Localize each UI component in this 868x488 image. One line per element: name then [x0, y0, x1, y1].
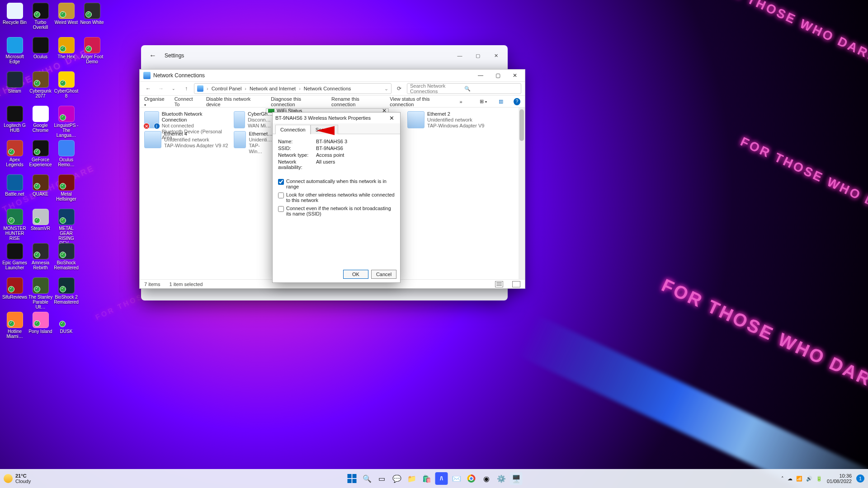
help-button[interactable]: ?: [514, 98, 520, 105]
desktop-icon[interactable]: Hotline Miami…: [2, 311, 28, 345]
nav-forward-button[interactable]: →: [156, 84, 166, 94]
desktop-icon[interactable]: Pony Island: [28, 311, 53, 345]
scrollbar-thumb[interactable]: [519, 109, 524, 141]
taskbar-weather[interactable]: 21°C Cloudy: [4, 473, 31, 484]
close-button[interactable]: ✕: [507, 70, 523, 80]
chat-button[interactable]: 💬: [391, 472, 403, 485]
tray-cloud-icon[interactable]: ☁: [788, 476, 793, 482]
desktop-icon[interactable]: Microsoft Edge: [2, 36, 28, 70]
close-button[interactable]: ✕: [487, 49, 505, 62]
search-button[interactable]: 🔍: [361, 472, 373, 485]
desktop-icon[interactable]: CyberGhost 8: [53, 70, 79, 105]
view-details-button[interactable]: [495, 281, 503, 287]
back-icon[interactable]: ←: [149, 52, 156, 60]
ok-button[interactable]: OK: [343, 270, 368, 279]
app-button[interactable]: /\: [435, 472, 448, 485]
view-options-button[interactable]: ⊞ ▾: [479, 99, 488, 104]
desktop-icon[interactable]: DUSK: [53, 311, 79, 345]
maximize-button[interactable]: ▢: [469, 49, 487, 62]
desktop-icon[interactable]: LinguistPS - The Langua…: [53, 105, 79, 139]
check-hidden-ssid-input[interactable]: [278, 206, 284, 212]
tray-wifi-icon[interactable]: 📶: [796, 476, 802, 482]
connection-ethernet4[interactable]: Ethernet 4 Unidentified network TAP-Wind…: [143, 130, 229, 150]
chrome-button[interactable]: [465, 472, 478, 485]
tab-connection[interactable]: Connection: [275, 125, 311, 134]
desktop-icon[interactable]: The Stanley Parable Ult…: [28, 277, 53, 311]
minimize-button[interactable]: —: [472, 70, 489, 80]
desktop-icon[interactable]: BioShock 2 Remastered: [53, 277, 79, 311]
desktop-icon[interactable]: QUAKE: [28, 174, 53, 208]
check-hidden-ssid[interactable]: Connect even if the network is not broad…: [278, 206, 395, 216]
tray-battery-icon[interactable]: 🔋: [816, 476, 822, 482]
desktop-icon[interactable]: MONSTER HUNTER RISE: [2, 208, 28, 242]
cmd-diagnose[interactable]: Diagnose this connection: [271, 96, 323, 107]
cmd-connect-to[interactable]: Connect To: [175, 96, 198, 107]
crumb-network-connections[interactable]: Network Connections: [304, 86, 351, 91]
minimize-button[interactable]: —: [451, 49, 469, 62]
nav-recent-button[interactable]: ⌄: [169, 84, 179, 94]
system-tray[interactable]: ˄ ☁ 📶 🔊 🔋: [781, 476, 822, 482]
check-look-other[interactable]: Look for other wireless networks while c…: [278, 192, 395, 203]
tray-overflow-icon[interactable]: ˄: [781, 476, 784, 482]
nav-back-button[interactable]: ←: [143, 84, 153, 94]
scrollbar[interactable]: [519, 108, 525, 279]
crumb-control-panel[interactable]: Control Panel: [212, 86, 242, 91]
start-button[interactable]: [346, 472, 359, 485]
desktop-icon[interactable]: Turbo Overkill: [28, 2, 53, 36]
desktop-icon[interactable]: BioShock Remastered: [53, 242, 79, 277]
check-connect-auto-input[interactable]: [278, 179, 284, 185]
crumb-network-internet[interactable]: Network and Internet: [250, 86, 296, 91]
mail-button[interactable]: ✉️: [450, 472, 463, 485]
store-button[interactable]: 🛍️: [420, 472, 433, 485]
address-dropdown-icon[interactable]: ⌄: [384, 86, 388, 92]
app-active-button[interactable]: 🖥️: [510, 472, 523, 485]
cmd-rename[interactable]: Rename this connection: [331, 96, 382, 107]
taskbar[interactable]: 21°C Cloudy 🔍 ▭ 💬 📁 🛍️ /\ ✉️ ◉ ⚙️ 🖥️ ˄ ☁…: [0, 469, 868, 488]
desktop[interactable]: Recycle BinTurbo OverkillWeird WestNeon …: [2, 2, 105, 345]
desktop-icon[interactable]: Metal Hellsinger: [53, 174, 79, 208]
desktop-icon[interactable]: Battle.net: [2, 174, 28, 208]
desktop-icon[interactable]: METAL GEAR RISING REV…: [53, 208, 79, 242]
close-button[interactable]: ✕: [386, 113, 397, 122]
nc-titlebar[interactable]: Network Connections — ▢ ✕: [140, 70, 525, 81]
connection-cyberghost[interactable]: CyberGh… Disconn… WAN Mi…: [233, 110, 274, 130]
desktop-icon[interactable]: Weird West: [53, 2, 79, 36]
desktop-icon[interactable]: Anger Foot Demo: [79, 36, 105, 70]
task-view-button[interactable]: ▭: [376, 472, 388, 485]
desktop-icon[interactable]: Logitech G HUB: [2, 105, 28, 139]
desktop-icon[interactable]: Oculus Remo…: [53, 139, 79, 174]
nav-up-button[interactable]: ↑: [181, 84, 191, 94]
notifications-button[interactable]: 1: [856, 474, 864, 483]
wireless-properties-dialog[interactable]: BT-9NAHS6 3 Wireless Network Properties …: [272, 112, 401, 283]
connection-ethernet-trunc[interactable]: Ethernet… Unidenti… TAP-Win…: [233, 130, 274, 155]
cmd-organise[interactable]: Organise ▾: [144, 96, 166, 107]
cmd-disable[interactable]: Disable this network device: [206, 96, 263, 107]
file-explorer-button[interactable]: 📁: [406, 472, 418, 485]
desktop-icon[interactable]: Recycle Bin: [2, 2, 28, 36]
connection-ethernet2[interactable]: Ethernet 2 Unidentified network TAP-Wind…: [406, 110, 492, 130]
settings-taskbar-button[interactable]: ⚙️: [495, 472, 508, 485]
refresh-button[interactable]: ⟳: [394, 84, 404, 94]
steam-button[interactable]: ◉: [480, 472, 493, 485]
preview-pane-button[interactable]: ▥: [496, 99, 505, 104]
desktop-icon[interactable]: Epic Games Launcher: [2, 242, 28, 277]
desktop-icon[interactable]: SifuReviews: [2, 277, 28, 311]
tray-volume-icon[interactable]: 🔊: [806, 476, 812, 482]
cmd-view-status[interactable]: View status of this connection: [390, 96, 451, 107]
desktop-icon[interactable]: Apex Legends: [2, 139, 28, 174]
desktop-icon[interactable]: Google Chrome: [28, 105, 53, 139]
breadcrumb[interactable]: › Control Panel › Network and Internet ›…: [194, 83, 392, 94]
check-look-other-input[interactable]: [278, 192, 284, 198]
settings-titlebar[interactable]: ← Settings — ▢ ✕: [141, 45, 508, 66]
desktop-icon[interactable]: GeForce Experience: [28, 139, 53, 174]
desktop-icon[interactable]: Cyberpunk 2077: [28, 70, 53, 105]
desktop-icon[interactable]: SteamVR: [28, 208, 53, 242]
desktop-icon[interactable]: The Hex: [53, 36, 79, 70]
tab-security[interactable]: Security: [311, 125, 339, 134]
check-connect-auto[interactable]: Connect automatically when this network …: [278, 178, 395, 189]
cmd-more[interactable]: »: [459, 99, 462, 104]
maximize-button[interactable]: ▢: [490, 70, 506, 80]
desktop-icon[interactable]: Neon White: [79, 2, 105, 36]
cancel-button[interactable]: Cancel: [371, 270, 396, 279]
desktop-icon[interactable]: Steam: [2, 70, 28, 105]
